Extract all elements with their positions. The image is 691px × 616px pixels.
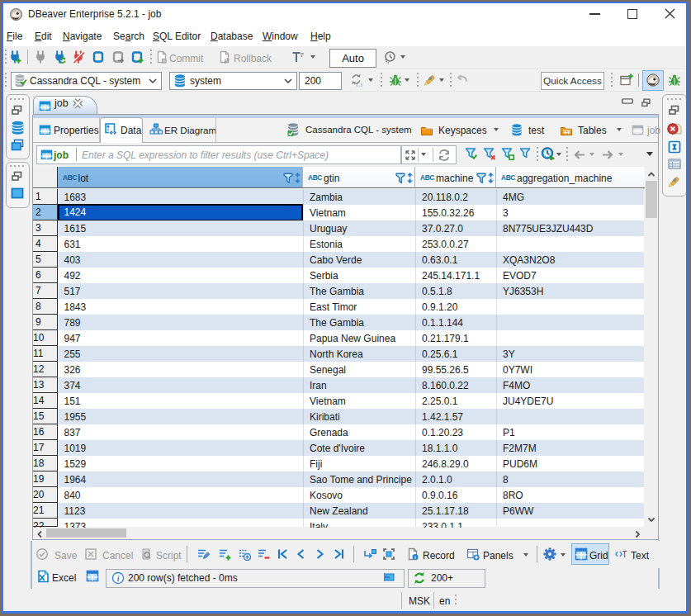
- svg-text:ABC: ABC: [63, 173, 77, 182]
- svg-text:ABC: ABC: [501, 173, 515, 182]
- svg-text:i: i: [117, 574, 120, 583]
- svg-text:T: T: [622, 550, 627, 559]
- svg-text:ABC: ABC: [420, 173, 434, 182]
- svg-text:ABC: ABC: [308, 173, 322, 182]
- svg-text:(..): (..): [357, 83, 362, 87]
